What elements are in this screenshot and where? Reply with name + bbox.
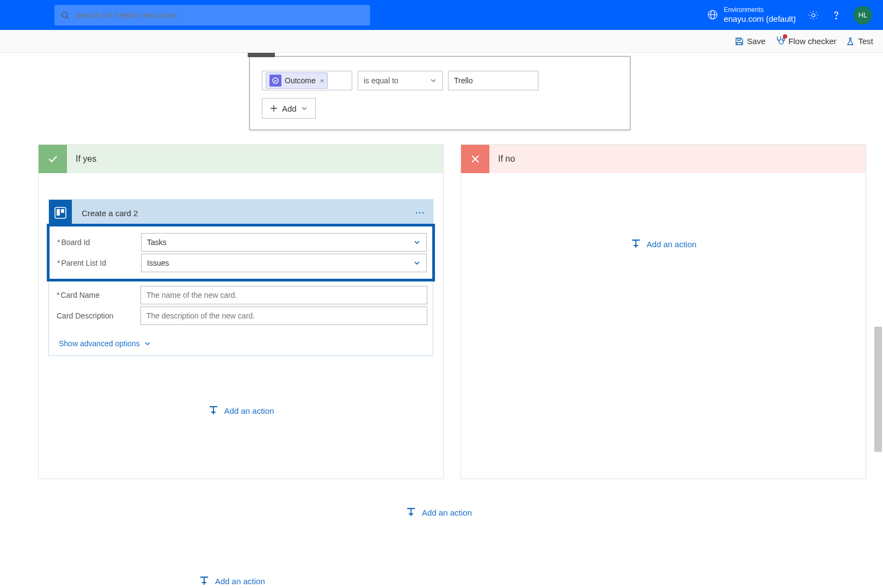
scrollbar-thumb[interactable]: [874, 327, 882, 452]
svg-rect-10: [57, 209, 60, 216]
flow-canvas[interactable]: Outcome × is equal to Trello Add: [0, 53, 883, 588]
header-right: Environments enayu.com (default) HL: [707, 6, 872, 24]
action-header[interactable]: Create a card 2 ···: [49, 200, 433, 226]
plus-icon: [270, 105, 278, 112]
if-no-branch: If no Add an action: [461, 144, 866, 479]
highlighted-field-group: *Board Id Tasks *Parent List Id Issues: [50, 226, 432, 279]
chevron-down-icon: [144, 340, 151, 347]
insert-step-icon: [406, 507, 416, 518]
env-label: Environments: [723, 6, 796, 14]
parent-list-id-select[interactable]: Issues: [141, 254, 427, 272]
chevron-down-icon: [301, 105, 308, 112]
settings-icon[interactable]: [808, 10, 819, 21]
env-name: enayu.com (default): [723, 14, 796, 24]
search-icon: [61, 11, 69, 20]
branch-yes-title: If yes: [67, 154, 96, 164]
chevron-down-icon: [413, 238, 421, 246]
token-remove-icon[interactable]: ×: [320, 77, 324, 85]
card-name-input[interactable]: [140, 286, 427, 304]
global-search[interactable]: [54, 5, 370, 26]
card-description-input[interactable]: [140, 307, 427, 325]
add-action-bottom[interactable]: Add an action: [199, 575, 265, 586]
add-action-after-condition[interactable]: Add an action: [406, 507, 472, 518]
top-bar: Environments enayu.com (default) HL: [0, 0, 883, 30]
insert-step-icon: [208, 405, 219, 416]
cross-icon: [461, 145, 489, 173]
svg-point-0: [62, 12, 68, 17]
save-icon: [735, 37, 744, 46]
trello-icon: [49, 200, 72, 226]
search-input[interactable]: [75, 10, 364, 20]
condition-left-operand[interactable]: Outcome ×: [262, 71, 352, 90]
condition-card: Outcome × is equal to Trello Add: [249, 56, 630, 130]
check-icon: [39, 145, 67, 173]
svg-point-8: [273, 78, 278, 83]
board-id-select[interactable]: Tasks: [141, 233, 427, 252]
add-action-no-branch[interactable]: Add an action: [461, 238, 866, 249]
approval-icon: [269, 75, 281, 87]
branch-no-title: If no: [489, 154, 515, 164]
user-avatar[interactable]: HL: [854, 6, 872, 24]
action-title: Create a card 2: [72, 209, 415, 218]
trello-create-card-action: Create a card 2 ··· *Board Id Tasks *Par…: [48, 199, 433, 356]
toolbar: Save Flow checker Test: [0, 30, 883, 53]
svg-point-7: [782, 39, 784, 41]
test-button[interactable]: Test: [846, 36, 873, 46]
condition-value-input[interactable]: Trello: [448, 71, 538, 90]
globe-icon: [707, 9, 718, 20]
environment-picker[interactable]: Environments enayu.com (default): [707, 6, 796, 23]
add-action-yes-branch[interactable]: Add an action: [39, 405, 443, 416]
dynamic-token-outcome[interactable]: Outcome ×: [266, 72, 328, 89]
board-id-label: *Board Id: [55, 238, 141, 247]
svg-point-5: [812, 14, 815, 17]
chevron-down-icon: [430, 77, 437, 84]
save-button[interactable]: Save: [735, 36, 765, 46]
action-menu-button[interactable]: ···: [415, 209, 433, 217]
condition-operator-select[interactable]: is equal to: [358, 71, 443, 90]
parent-list-id-label: *Parent List Id: [55, 259, 141, 267]
flask-icon: [846, 37, 855, 46]
card-name-label: *Card Name: [54, 291, 140, 299]
flow-checker-button[interactable]: Flow checker: [775, 35, 836, 47]
card-description-label: Card Description: [54, 311, 140, 320]
svg-point-6: [836, 18, 837, 19]
svg-rect-11: [61, 209, 64, 213]
condition-add-button[interactable]: Add: [262, 98, 316, 119]
notification-dot-icon: [783, 34, 787, 39]
insert-step-icon: [199, 575, 210, 586]
svg-line-1: [66, 16, 69, 19]
chevron-down-icon: [413, 259, 421, 267]
card-handle[interactable]: [248, 53, 275, 57]
if-yes-branch: If yes Create a card 2 ··· *Board Id Tas…: [38, 144, 444, 479]
insert-step-icon: [630, 238, 641, 249]
show-advanced-options-link[interactable]: Show advanced options: [59, 339, 151, 348]
help-icon[interactable]: [831, 10, 842, 21]
